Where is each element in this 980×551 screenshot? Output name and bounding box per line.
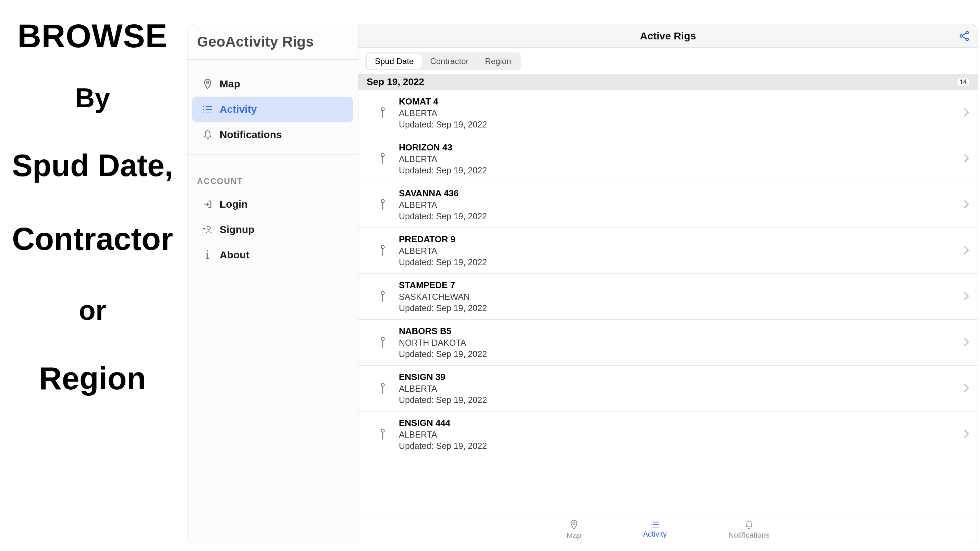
rig-row-body: ENSIGN 444ALBERTAUpdated: Sep 19, 2022 [391,418,963,451]
sidebar-item-about[interactable]: About [192,242,353,268]
sidebar-item-label: About [220,249,250,261]
segment-contractor[interactable]: Contractor [422,54,477,69]
rig-row-body: KOMAT 4ALBERTAUpdated: Sep 19, 2022 [391,96,963,129]
svg-point-23 [381,199,384,202]
rig-updated: Updated: Sep 19, 2022 [399,349,963,359]
svg-point-33 [381,429,384,432]
svg-point-7 [207,226,210,229]
list-icon [196,105,220,113]
promo-line-browse: BROWSE [18,17,167,55]
rig-row[interactable]: HORIZON 43ALBERTAUpdated: Sep 19, 2022 [358,136,978,182]
rig-name: SAVANNA 436 [399,188,963,199]
sidebar-section-account-label: ACCOUNT [188,158,358,191]
sidebar-item-signup[interactable]: Signup [192,217,353,242]
share-button[interactable] [957,29,971,43]
rig-pin-icon [375,245,391,256]
segment-spud-date[interactable]: Spud Date [367,54,422,69]
rig-pin-icon [375,337,391,349]
rig-row[interactable]: ENSIGN 39ALBERTAUpdated: Sep 19, 2022 [358,366,978,411]
chevron-right-icon [963,245,969,256]
chevron-right-icon [963,337,969,348]
promo-line-region: Region [39,360,146,397]
tab-notifications[interactable]: Notifications [729,520,770,540]
rig-row-body: PREDATOR 9ALBERTAUpdated: Sep 19, 2022 [391,234,963,267]
rig-list: KOMAT 4ALBERTAUpdated: Sep 19, 2022HORIZ… [358,90,978,515]
page-title: Active Rigs [640,30,696,42]
rig-row[interactable]: STAMPEDE 7SASKATCHEWANUpdated: Sep 19, 2… [358,274,978,320]
sidebar-item-login[interactable]: Login [192,191,353,217]
rig-region: NORTH DAKOTA [399,338,963,348]
sidebar-item-notifications[interactable]: Notifications [192,122,353,147]
map-pin-icon [570,519,578,530]
rig-region: ALBERTA [399,200,963,210]
svg-point-27 [381,291,384,295]
svg-point-21 [381,153,384,157]
rig-row[interactable]: PREDATOR 9ALBERTAUpdated: Sep 19, 2022 [358,228,978,274]
svg-point-25 [381,245,384,248]
map-pin-icon [196,78,220,89]
rig-updated: Updated: Sep 19, 2022 [399,212,963,221]
svg-point-19 [381,108,384,111]
list-icon [650,521,660,529]
rig-name: KOMAT 4 [399,96,963,107]
rig-updated: Updated: Sep 19, 2022 [399,303,963,313]
rig-row-body: ENSIGN 39ALBERTAUpdated: Sep 19, 2022 [391,372,963,405]
share-icon [958,30,970,42]
rig-row-body: SAVANNA 436ALBERTAUpdated: Sep 19, 2022 [391,188,963,221]
tab-activity[interactable]: Activity [643,521,667,539]
rig-row[interactable]: KOMAT 4ALBERTAUpdated: Sep 19, 2022 [358,90,978,136]
svg-line-18 [962,36,966,39]
tab-label: Map [566,531,581,540]
app-title: GeoActivity Rigs [197,33,314,50]
rig-pin-icon [375,291,391,303]
svg-line-17 [962,33,966,35]
rig-updated: Updated: Sep 19, 2022 [399,441,963,451]
section-count-badge: 14 [957,78,969,86]
rig-region: ALBERTA [399,108,963,118]
svg-point-40 [651,524,652,525]
segment-region[interactable]: Region [477,54,519,69]
svg-point-31 [381,383,384,386]
rig-row[interactable]: SAVANNA 436ALBERTAUpdated: Sep 19, 2022 [358,182,978,228]
rig-row[interactable]: ENSIGN 444ALBERTAUpdated: Sep 19, 2022 [358,411,978,457]
rig-name: PREDATOR 9 [399,234,963,245]
sidebar-item-map[interactable]: Map [192,71,353,97]
bell-icon [196,129,220,140]
promo-line-or: or [79,295,106,326]
sidebar-item-label: Login [220,198,248,210]
section-date: Sep 19, 2022 [367,76,424,88]
svg-point-35 [573,522,575,524]
rig-pin-icon [375,153,391,165]
rig-row-body: NABORS B5NORTH DAKOTAUpdated: Sep 19, 20… [391,326,963,359]
rig-pin-icon [375,383,391,394]
rig-region: ALBERTA [399,384,963,394]
tab-map[interactable]: Map [566,519,581,540]
sidebar: GeoActivity Rigs Map Activity Notificati… [188,24,358,544]
rig-row[interactable]: NABORS B5NORTH DAKOTAUpdated: Sep 19, 20… [358,320,978,366]
rig-row-body: STAMPEDE 7SASKATCHEWANUpdated: Sep 19, 2… [391,280,963,313]
bell-icon [745,520,754,529]
svg-point-41 [651,526,652,527]
sidebar-item-activity[interactable]: Activity [192,97,353,122]
bottom-tab-bar: Map Activity Notifications [358,515,978,544]
rig-region: ALBERTA [399,430,963,440]
rig-region: ALBERTA [399,246,963,256]
chevron-right-icon [963,199,969,210]
rig-row-body: HORIZON 43ALBERTAUpdated: Sep 19, 2022 [391,142,963,175]
svg-point-29 [381,337,384,340]
rig-name: ENSIGN 39 [399,372,963,382]
segmented-control-row: Spud Date Contractor Region [358,48,978,74]
tab-label: Notifications [729,531,770,540]
rig-updated: Updated: Sep 19, 2022 [399,166,963,175]
sidebar-divider [188,154,358,154]
sidebar-nav: Map Activity Notifications [188,60,358,151]
segmented-control: Spud Date Contractor Region [365,53,521,70]
promo-line-contractor: Contractor [12,221,173,257]
titlebar: Active Rigs [358,24,978,48]
chevron-right-icon [963,291,969,302]
svg-point-5 [203,109,204,110]
add-user-icon [196,225,220,234]
promo-text-block: BROWSE By Spud Date, Contractor or Regio… [0,0,185,551]
sidebar-item-label: Activity [220,104,257,115]
login-icon [196,199,220,209]
